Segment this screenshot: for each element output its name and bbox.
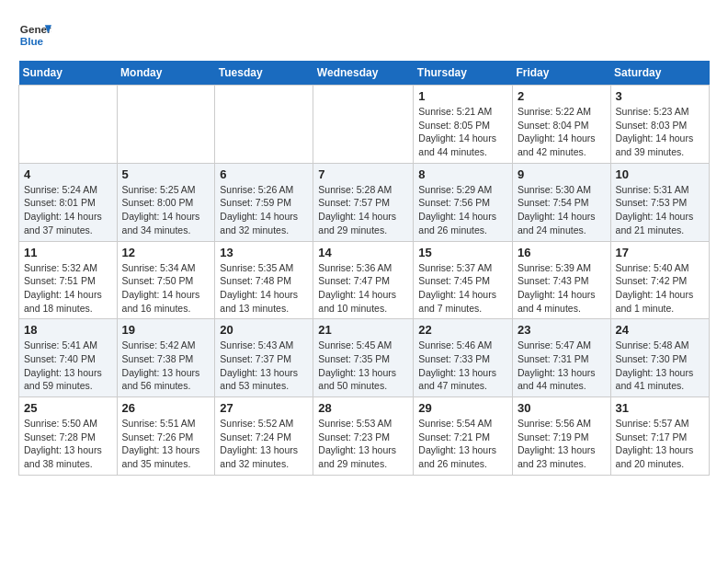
calendar-cell: 19Sunrise: 5:42 AMSunset: 7:38 PMDayligh…: [117, 319, 215, 397]
svg-text:Blue: Blue: [20, 35, 44, 47]
calendar-cell: 29Sunrise: 5:54 AMSunset: 7:21 PMDayligh…: [414, 397, 513, 476]
day-info: Sunrise: 5:28 AMSunset: 7:57 PMDaylight:…: [318, 183, 408, 237]
day-number: 11: [24, 246, 112, 259]
calendar-cell: 25Sunrise: 5:50 AMSunset: 7:28 PMDayligh…: [19, 397, 118, 476]
weekday-header-cell: Wednesday: [313, 61, 414, 86]
calendar-cell: [19, 86, 118, 164]
day-number: 18: [24, 323, 112, 337]
page-header: General Blue: [18, 18, 710, 52]
day-info: Sunrise: 5:32 AMSunset: 7:51 PMDaylight:…: [24, 261, 112, 316]
day-info: Sunrise: 5:51 AMSunset: 7:26 PMDaylight:…: [122, 417, 210, 471]
weekday-header-cell: Saturday: [610, 61, 709, 86]
calendar-cell: 15Sunrise: 5:37 AMSunset: 7:45 PMDayligh…: [414, 241, 513, 319]
calendar-table: SundayMondayTuesdayWednesdayThursdayFrid…: [18, 61, 710, 476]
day-info: Sunrise: 5:52 AMSunset: 7:24 PMDaylight:…: [220, 417, 308, 471]
day-number: 17: [616, 246, 704, 259]
day-number: 12: [122, 246, 210, 259]
calendar-cell: 14Sunrise: 5:36 AMSunset: 7:47 PMDayligh…: [313, 241, 414, 319]
calendar-week-row: 18Sunrise: 5:41 AMSunset: 7:40 PMDayligh…: [19, 319, 710, 397]
calendar-cell: 1Sunrise: 5:21 AMSunset: 8:05 PMDaylight…: [414, 86, 513, 164]
calendar-cell: 17Sunrise: 5:40 AMSunset: 7:42 PMDayligh…: [610, 241, 709, 319]
day-number: 14: [318, 246, 408, 259]
calendar-cell: 5Sunrise: 5:25 AMSunset: 8:00 PMDaylight…: [117, 163, 215, 241]
calendar-cell: 10Sunrise: 5:31 AMSunset: 7:53 PMDayligh…: [610, 163, 709, 241]
day-info: Sunrise: 5:48 AMSunset: 7:30 PMDaylight:…: [616, 339, 704, 393]
calendar-cell: 11Sunrise: 5:32 AMSunset: 7:51 PMDayligh…: [19, 241, 118, 319]
day-number: 19: [122, 323, 210, 337]
day-info: Sunrise: 5:54 AMSunset: 7:21 PMDaylight:…: [418, 417, 507, 471]
weekday-header-cell: Monday: [117, 61, 215, 86]
day-number: 8: [418, 167, 507, 181]
logo-icon: General Blue: [18, 18, 51, 52]
day-info: Sunrise: 5:35 AMSunset: 7:48 PMDaylight:…: [220, 261, 308, 316]
day-info: Sunrise: 5:25 AMSunset: 8:00 PMDaylight:…: [122, 183, 210, 237]
calendar-cell: 23Sunrise: 5:47 AMSunset: 7:31 PMDayligh…: [512, 319, 610, 397]
day-info: Sunrise: 5:43 AMSunset: 7:37 PMDaylight:…: [220, 339, 308, 393]
day-number: 5: [122, 167, 210, 181]
day-number: 31: [616, 401, 704, 415]
day-number: 4: [24, 167, 112, 181]
calendar-cell: 9Sunrise: 5:30 AMSunset: 7:54 PMDaylight…: [512, 163, 610, 241]
calendar-cell: 24Sunrise: 5:48 AMSunset: 7:30 PMDayligh…: [610, 319, 709, 397]
calendar-week-row: 25Sunrise: 5:50 AMSunset: 7:28 PMDayligh…: [19, 397, 710, 476]
day-info: Sunrise: 5:34 AMSunset: 7:50 PMDaylight:…: [122, 261, 210, 316]
day-number: 20: [220, 323, 308, 337]
weekday-header-cell: Tuesday: [215, 61, 313, 86]
calendar-cell: 30Sunrise: 5:56 AMSunset: 7:19 PMDayligh…: [512, 397, 610, 476]
day-info: Sunrise: 5:39 AMSunset: 7:43 PMDaylight:…: [518, 261, 606, 316]
day-number: 26: [122, 401, 210, 415]
weekday-header-row: SundayMondayTuesdayWednesdayThursdayFrid…: [19, 61, 710, 86]
calendar-cell: 31Sunrise: 5:57 AMSunset: 7:17 PMDayligh…: [610, 397, 709, 476]
calendar-cell: 22Sunrise: 5:46 AMSunset: 7:33 PMDayligh…: [414, 319, 513, 397]
day-info: Sunrise: 5:47 AMSunset: 7:31 PMDaylight:…: [518, 339, 606, 393]
day-info: Sunrise: 5:56 AMSunset: 7:19 PMDaylight:…: [518, 417, 606, 471]
day-info: Sunrise: 5:41 AMSunset: 7:40 PMDaylight:…: [24, 339, 112, 393]
calendar-cell: 27Sunrise: 5:52 AMSunset: 7:24 PMDayligh…: [215, 397, 313, 476]
weekday-header-cell: Friday: [512, 61, 610, 86]
calendar-cell: 4Sunrise: 5:24 AMSunset: 8:01 PMDaylight…: [19, 163, 118, 241]
weekday-header-cell: Thursday: [414, 61, 513, 86]
calendar-cell: 2Sunrise: 5:22 AMSunset: 8:04 PMDaylight…: [512, 86, 610, 164]
day-info: Sunrise: 5:45 AMSunset: 7:35 PMDaylight:…: [318, 339, 408, 393]
day-number: 6: [220, 167, 308, 181]
day-number: 22: [418, 323, 507, 337]
calendar-week-row: 11Sunrise: 5:32 AMSunset: 7:51 PMDayligh…: [19, 241, 710, 319]
calendar-cell: 16Sunrise: 5:39 AMSunset: 7:43 PMDayligh…: [512, 241, 610, 319]
day-info: Sunrise: 5:46 AMSunset: 7:33 PMDaylight:…: [418, 339, 507, 393]
day-number: 23: [518, 323, 606, 337]
day-info: Sunrise: 5:31 AMSunset: 7:53 PMDaylight:…: [616, 183, 704, 237]
day-number: 13: [220, 246, 308, 259]
calendar-week-row: 1Sunrise: 5:21 AMSunset: 8:05 PMDaylight…: [19, 86, 710, 164]
logo: General Blue: [18, 18, 51, 52]
day-info: Sunrise: 5:36 AMSunset: 7:47 PMDaylight:…: [318, 261, 408, 316]
weekday-header-cell: Sunday: [19, 61, 118, 86]
day-info: Sunrise: 5:42 AMSunset: 7:38 PMDaylight:…: [122, 339, 210, 393]
day-number: 27: [220, 401, 308, 415]
calendar-cell: [313, 86, 414, 164]
day-info: Sunrise: 5:23 AMSunset: 8:03 PMDaylight:…: [616, 105, 704, 159]
calendar-cell: 21Sunrise: 5:45 AMSunset: 7:35 PMDayligh…: [313, 319, 414, 397]
day-number: 3: [616, 89, 704, 103]
calendar-cell: 13Sunrise: 5:35 AMSunset: 7:48 PMDayligh…: [215, 241, 313, 319]
day-info: Sunrise: 5:21 AMSunset: 8:05 PMDaylight:…: [418, 105, 507, 159]
calendar-cell: 6Sunrise: 5:26 AMSunset: 7:59 PMDaylight…: [215, 163, 313, 241]
day-number: 1: [418, 89, 507, 103]
calendar-cell: 7Sunrise: 5:28 AMSunset: 7:57 PMDaylight…: [313, 163, 414, 241]
calendar-cell: [117, 86, 215, 164]
day-info: Sunrise: 5:37 AMSunset: 7:45 PMDaylight:…: [418, 261, 507, 316]
day-number: 24: [616, 323, 704, 337]
calendar-body: 1Sunrise: 5:21 AMSunset: 8:05 PMDaylight…: [19, 86, 710, 476]
day-number: 15: [418, 246, 507, 259]
day-info: Sunrise: 5:22 AMSunset: 8:04 PMDaylight:…: [518, 105, 606, 159]
day-info: Sunrise: 5:29 AMSunset: 7:56 PMDaylight:…: [418, 183, 507, 237]
day-number: 10: [616, 167, 704, 181]
calendar-cell: [215, 86, 313, 164]
calendar-cell: 20Sunrise: 5:43 AMSunset: 7:37 PMDayligh…: [215, 319, 313, 397]
calendar-cell: 12Sunrise: 5:34 AMSunset: 7:50 PMDayligh…: [117, 241, 215, 319]
day-number: 25: [24, 401, 112, 415]
day-number: 2: [518, 89, 606, 103]
day-number: 16: [518, 246, 606, 259]
calendar-week-row: 4Sunrise: 5:24 AMSunset: 8:01 PMDaylight…: [19, 163, 710, 241]
day-info: Sunrise: 5:40 AMSunset: 7:42 PMDaylight:…: [616, 261, 704, 316]
calendar-cell: 28Sunrise: 5:53 AMSunset: 7:23 PMDayligh…: [313, 397, 414, 476]
